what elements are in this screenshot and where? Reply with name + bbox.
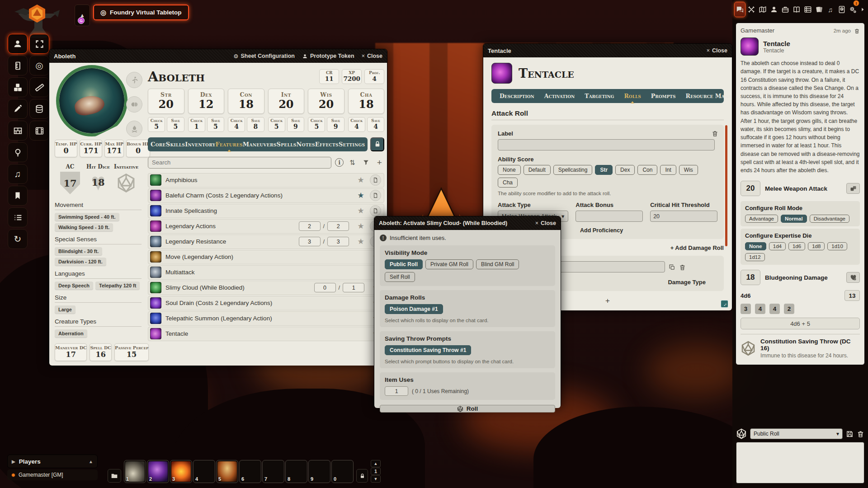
refresh-button[interactable]: ↻ [8, 229, 28, 249]
sheet-lock-button[interactable] [370, 137, 384, 151]
int-check[interactable]: Check5 [268, 117, 285, 132]
con-check[interactable]: Check4 [228, 117, 245, 132]
int-save[interactable]: Save9 [287, 117, 304, 132]
feature-row[interactable]: Move (Legendary Action) ★ [148, 250, 384, 264]
document-icon[interactable] [370, 174, 381, 186]
ability-wis[interactable]: Wis20 [308, 89, 344, 114]
language-tag[interactable]: Telepathy 120 ft [95, 282, 140, 290]
macro-slot[interactable]: 3 [170, 460, 192, 483]
sense-tag[interactable]: Darkvision - 120 ft. [55, 258, 106, 266]
macro-slot-empty[interactable]: 8 [285, 460, 307, 483]
clear-log-icon[interactable] [857, 430, 864, 438]
scene-tool-button[interactable] [29, 121, 49, 141]
uses-current-input[interactable] [299, 237, 321, 246]
ability-option-none[interactable]: None [498, 165, 521, 175]
ability-str[interactable]: Str20 [148, 89, 184, 114]
prof-field[interactable]: Prof.4 [364, 69, 384, 84]
dex-save[interactable]: Save5 [207, 117, 224, 132]
macro-slot-empty[interactable]: 6 [239, 460, 261, 483]
prototype-token-button[interactable]: Prototype Token [302, 53, 354, 59]
tab-rolls[interactable]: Rolls [624, 93, 641, 99]
uses-current-input[interactable] [299, 221, 321, 231]
add-item-icon[interactable]: + [374, 158, 384, 168]
ability-option-int[interactable]: Int [660, 165, 676, 175]
ability-option-con[interactable]: Con [637, 165, 657, 175]
tab-core[interactable]: Core [151, 141, 166, 148]
tab-journal[interactable] [792, 2, 802, 17]
export-log-icon[interactable] [846, 430, 854, 438]
delete-damage-roll-icon[interactable] [679, 263, 686, 271]
saving-throw-toggle[interactable]: Constitution Saving Throw #1 [385, 345, 471, 355]
roll-type-select[interactable]: Public Roll▾ [750, 428, 843, 439]
macro-folder-button[interactable] [108, 469, 121, 483]
cha-save[interactable]: Save4 [367, 117, 384, 132]
visibility-self-roll[interactable]: Self Roll [385, 272, 415, 282]
feature-row[interactable]: Baleful Charm (Costs 2 Legendary Actions… [148, 188, 384, 203]
ability-option-spellcasting[interactable]: Spellcasting [553, 165, 593, 175]
tab-tables[interactable] [802, 2, 813, 17]
dice-roll-icon[interactable] [736, 428, 747, 439]
apply-damage-button[interactable] [846, 272, 860, 283]
cha-check[interactable]: Check4 [348, 117, 365, 132]
con-save[interactable]: Save8 [247, 117, 264, 132]
players-header[interactable]: ▶ Players ▲ [7, 455, 98, 468]
sense-tag[interactable]: Blindsight - 30 ft. [55, 247, 102, 255]
delete-attack-roll-icon[interactable] [712, 129, 718, 137]
damage-roll-toggle[interactable]: Poison Damage #1 [385, 304, 443, 314]
max-hp-field[interactable]: Max HP171 [104, 140, 124, 157]
tab-settings[interactable]: Settings [339, 141, 365, 148]
macro-slot[interactable]: 4 [193, 460, 215, 483]
favorite-star-icon[interactable]: ★ [356, 191, 366, 200]
select-tool-button[interactable] [29, 34, 49, 54]
movement-tag[interactable]: Swimming Speed - 40 ft. [55, 213, 119, 221]
spell-dc[interactable]: Spell DC16 [90, 343, 111, 361]
movement-button[interactable] [126, 72, 142, 88]
ability-option-cha[interactable]: Cha [498, 178, 518, 188]
chat-item-name[interactable]: Tentacle [763, 40, 790, 47]
info-icon[interactable]: i [335, 158, 344, 167]
tile-tool-button[interactable] [29, 99, 49, 119]
crit-threshold-input[interactable] [650, 211, 717, 222]
sound-controls-button[interactable]: ♫ [8, 164, 28, 184]
resize-handle[interactable]: ↔ [721, 300, 728, 308]
attack-total[interactable]: 20 [741, 181, 760, 196]
delete-message-icon[interactable] [854, 27, 860, 34]
expertise-1d8[interactable]: 1d8 [808, 242, 825, 250]
tab-settings[interactable]: ! [848, 2, 858, 17]
tab-resource-management[interactable]: Resource Management [686, 93, 732, 99]
damage-total[interactable]: 18 [741, 270, 760, 285]
tab-spells[interactable]: Spells [277, 141, 297, 148]
feature-row[interactable]: Innate Spellcasting ★ [148, 204, 384, 218]
creature-type-tag[interactable]: Aberration [55, 329, 87, 338]
page-up-button[interactable]: ▲ [371, 460, 381, 467]
tab-effects[interactable]: Effects [315, 141, 339, 148]
actor-window-titlebar[interactable]: Aboleth ⚙ Sheet Configuration Prototype … [49, 49, 387, 63]
macro-slot[interactable]: 1 [124, 460, 146, 483]
tab-combat[interactable] [746, 2, 757, 17]
feature-row[interactable]: Amphibious ★ [148, 173, 384, 188]
tab-activation[interactable]: Activation [544, 93, 575, 99]
actor-name[interactable]: Aboleth [148, 69, 319, 84]
duplicate-icon[interactable] [669, 263, 675, 271]
roll-mode-normal[interactable]: Normal [781, 215, 807, 223]
uses-current-input[interactable] [314, 283, 336, 292]
ability-con[interactable]: Con18 [228, 89, 264, 114]
expertise-none[interactable]: None [745, 242, 766, 250]
favorite-star-icon[interactable]: ★ [356, 175, 366, 185]
hotbar-lock-button[interactable] [356, 469, 368, 483]
sidebar-collapse-button[interactable] [859, 2, 866, 17]
ruler-tool-button[interactable] [29, 77, 49, 97]
armor-class[interactable]: AC 17 [57, 164, 83, 195]
feature-row[interactable]: Legendary Actions / ★ [148, 219, 384, 234]
tab-cards[interactable] [814, 2, 824, 17]
journal-list-button[interactable] [8, 207, 28, 227]
item-window-titlebar[interactable]: Tentacle × Close [483, 44, 732, 57]
favorite-star-icon[interactable]: ★ [356, 206, 366, 216]
dice-tray-button[interactable] [8, 77, 28, 97]
feature-row[interactable]: Legendary Resistance / ★ [148, 235, 384, 249]
item-image[interactable] [491, 63, 512, 84]
wis-check[interactable]: Check5 [308, 117, 325, 132]
sort-icon[interactable]: ⇅ [347, 158, 357, 168]
visibility-public-roll[interactable]: Public Roll [385, 259, 423, 269]
movement-tag[interactable]: Walking Speed - 10 ft. [55, 223, 113, 231]
